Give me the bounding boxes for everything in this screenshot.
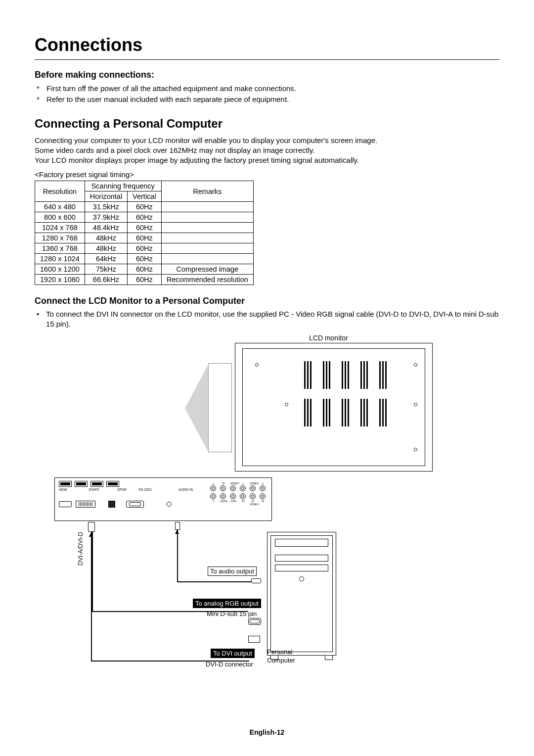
dvid-connector-icon [248,636,260,643]
para-line: Your LCD monitor displays proper image b… [35,156,359,164]
para-line: Connecting your computer to your LCD mon… [35,136,377,144]
list-text: First turn off the power of all the atta… [46,83,296,94]
bullet-icon: • [35,309,46,329]
paragraph: Connecting your computer to your LCD mon… [35,136,499,165]
table-caption: <Factory preset signal timing> [35,170,499,179]
section-heading: Connecting a Personal Computer [35,117,499,131]
table-row: 1600 x 120075kHz60HzCompressed image [35,264,254,275]
io-panel-icon: HDMI DVI/PC SPDIF RS-232C AUDIO IN L R V… [54,477,272,521]
audio-jack-icon [251,578,261,583]
dvi-cable-label: DVI-A/DVI-D [77,532,84,566]
cable-icon [177,530,178,581]
monitor-back-icon [235,343,433,472]
audio-plug-icon [175,522,180,530]
connection-diagram: LCD monitor HDMI DVI/PC SPDIF RS-232C AU… [35,334,499,680]
port-label: RS-232C [138,488,152,491]
pc-label: Personal [267,648,292,656]
lcd-monitor-label: LCD monitor [309,334,348,342]
asterisk-icon: * [35,83,46,94]
dvid-label: DVI-D connector [206,661,253,668]
table-row: 1024 x 76848.4kHz60Hz [35,223,254,233]
table-row: 1280 x 76848kHz60Hz [35,233,254,243]
table-row: 640 x 48031.5kHz60Hz [35,202,254,212]
page-title: Connections [35,35,499,55]
para-line: Some video cards and a pixel clock over … [35,146,315,154]
port-label: SPDIF [117,488,127,491]
dvi-output-tag: To DVI output [211,649,255,658]
list-text: To connect the DVI IN connector on the L… [46,309,499,329]
connect-heading: Connect the LCD Monitor to a Personal Co… [35,296,499,306]
port-label: AUDIO IN [178,488,193,491]
dsub-label: Mini D-sub 15 pin [207,610,257,617]
th-scan: Scanning frequency [85,181,161,191]
list-item: * Refer to the user manual included with… [35,94,499,105]
dsub-connector-icon [248,618,261,625]
dvi-plug-icon [88,522,95,532]
asterisk-icon: * [35,94,46,105]
port-label: DVI/PC [89,488,100,491]
table-row: 1360 x 76848kHz60Hz [35,243,254,254]
rgb-output-tag: To analog RGB output [193,599,261,608]
before-list: * First turn off the power of all the at… [35,83,499,105]
list-item: • To connect the DVI IN connector on the… [35,309,499,329]
table-row: 800 x 60037.9kHz60Hz [35,212,254,223]
list-item: * First turn off the power of all the at… [35,83,499,94]
side-panel-icon [208,363,232,452]
th-resolution: Resolution [35,181,85,202]
th-vertical: Vertical [128,191,162,202]
table-row: 1920 x 108066.6kHz60HzRecommended resolu… [35,275,254,285]
cable-icon [177,581,251,582]
audio-output-tag: To audio output [208,567,257,576]
before-heading: Before making connections: [35,70,499,80]
page-footer: English-12 [0,728,534,736]
th-remarks: Remarks [161,181,253,202]
th-horizontal: Horizontal [85,191,127,202]
port-label: HDMI [59,488,67,491]
pc-label: Computer [267,657,295,664]
title-rule [35,59,499,60]
pc-tower-icon [267,532,336,656]
timing-table: Resolution Scanning frequency Remarks Ho… [35,181,254,285]
list-text: Refer to the user manual included with e… [46,94,289,105]
bullet-list: • To connect the DVI IN connector on the… [35,309,499,329]
table-row: 1280 x 102464kHz60Hz [35,254,254,264]
